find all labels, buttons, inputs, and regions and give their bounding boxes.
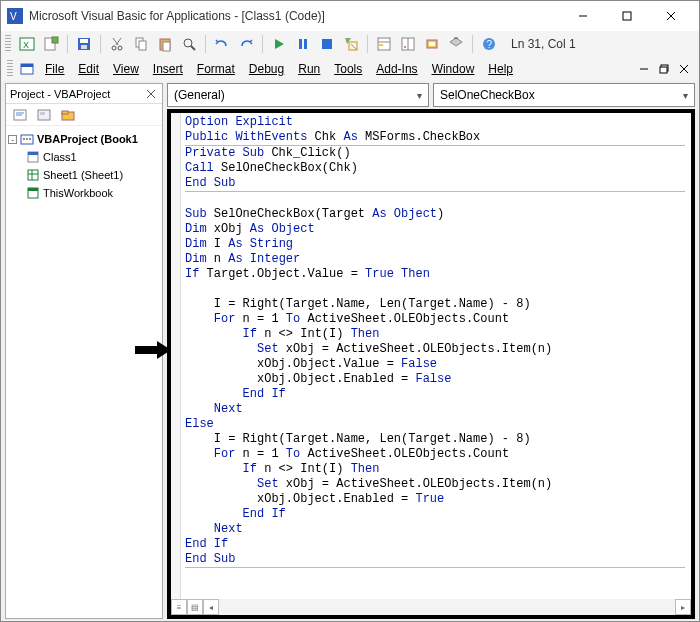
project-toolbar xyxy=(6,104,162,126)
design-mode-icon[interactable] xyxy=(341,34,361,54)
help-icon[interactable]: ? xyxy=(479,34,499,54)
find-icon[interactable] xyxy=(179,34,199,54)
reset-icon[interactable] xyxy=(317,34,337,54)
toolbox-icon[interactable] xyxy=(446,34,466,54)
menu-tools[interactable]: Tools xyxy=(328,60,368,78)
menu-format[interactable]: Format xyxy=(191,60,241,78)
workbook-icon xyxy=(26,186,40,200)
svg-text:?: ? xyxy=(487,39,493,50)
project-tree[interactable]: - VBAProject (Book1 Class1 Sheet1 (Sheet… xyxy=(6,126,162,618)
svg-rect-16 xyxy=(139,41,146,50)
mdi-system-icon[interactable] xyxy=(17,59,37,79)
tree-label: Sheet1 (Sheet1) xyxy=(43,169,123,181)
menu-window[interactable]: Window xyxy=(426,60,481,78)
project-explorer-icon[interactable] xyxy=(374,34,394,54)
toolbar-grip[interactable] xyxy=(5,35,11,53)
cut-icon[interactable] xyxy=(107,34,127,54)
svg-line-20 xyxy=(191,46,195,50)
cursor-position: Ln 31, Col 1 xyxy=(511,37,576,51)
svg-rect-12 xyxy=(81,45,87,49)
svg-rect-60 xyxy=(28,152,38,155)
mdi-restore-button[interactable] xyxy=(655,60,673,78)
menu-edit[interactable]: Edit xyxy=(72,60,105,78)
menu-bar: File Edit View Insert Format Debug Run T… xyxy=(1,57,699,81)
project-icon xyxy=(20,132,34,146)
project-explorer-caption: Project - VBAProject xyxy=(10,88,110,100)
menu-run[interactable]: Run xyxy=(292,60,326,78)
menu-addins[interactable]: Add-Ins xyxy=(370,60,423,78)
svg-marker-21 xyxy=(275,39,284,49)
paste-icon[interactable] xyxy=(155,34,175,54)
run-icon[interactable] xyxy=(269,34,289,54)
toggle-folders-icon[interactable] xyxy=(58,105,78,125)
chevron-down-icon: ▾ xyxy=(683,90,688,101)
vba-app-icon: V xyxy=(7,8,23,24)
redo-icon[interactable] xyxy=(236,34,256,54)
menu-insert[interactable]: Insert xyxy=(147,60,189,78)
code-text[interactable]: Option Explicit Public WithEvents Chk As… xyxy=(185,115,685,597)
menu-help[interactable]: Help xyxy=(482,60,519,78)
tree-item-sheet1[interactable]: Sheet1 (Sheet1) xyxy=(26,166,160,184)
class-module-icon xyxy=(26,150,40,164)
save-icon[interactable] xyxy=(74,34,94,54)
procedure-dropdown[interactable]: SelOneCheckBox ▾ xyxy=(433,83,695,107)
tree-item-class1[interactable]: Class1 xyxy=(26,148,160,166)
code-window[interactable]: Option Explicit Public WithEvents Chk As… xyxy=(167,109,695,619)
menu-debug[interactable]: Debug xyxy=(243,60,290,78)
object-dropdown[interactable]: (General) ▾ xyxy=(167,83,429,107)
svg-point-58 xyxy=(29,138,31,140)
tree-root[interactable]: - VBAProject (Book1 xyxy=(8,130,160,148)
maximize-button[interactable] xyxy=(605,2,649,30)
svg-rect-18 xyxy=(163,42,170,51)
project-explorer-close-button[interactable] xyxy=(144,87,158,101)
scroll-track[interactable] xyxy=(219,599,675,615)
menubar-grip[interactable] xyxy=(7,60,13,78)
procedure-dropdown-value: SelOneCheckBox xyxy=(440,88,535,102)
properties-window-icon[interactable] xyxy=(398,34,418,54)
svg-rect-33 xyxy=(404,46,406,48)
menu-file[interactable]: File xyxy=(39,60,70,78)
object-browser-icon[interactable] xyxy=(422,34,442,54)
procedure-view-button[interactable]: ≡ xyxy=(171,599,187,615)
code-margin[interactable] xyxy=(171,113,181,615)
horizontal-scrollbar[interactable]: ≡ ▤ ◂ ▸ xyxy=(171,599,691,615)
svg-rect-11 xyxy=(80,39,88,43)
view-code-icon[interactable] xyxy=(10,105,30,125)
svg-rect-30 xyxy=(379,44,383,46)
tree-toggle-icon[interactable]: - xyxy=(8,135,17,144)
mdi-minimize-button[interactable] xyxy=(635,60,653,78)
insert-module-icon[interactable] xyxy=(41,34,61,54)
svg-rect-65 xyxy=(28,188,38,191)
tree-label: ThisWorkbook xyxy=(43,187,113,199)
copy-icon[interactable] xyxy=(131,34,151,54)
view-excel-icon[interactable]: X xyxy=(17,34,37,54)
view-object-icon[interactable] xyxy=(34,105,54,125)
chevron-down-icon: ▾ xyxy=(417,90,422,101)
close-button[interactable] xyxy=(649,2,693,30)
break-icon[interactable] xyxy=(293,34,313,54)
svg-rect-54 xyxy=(62,111,68,114)
tree-item-thisworkbook[interactable]: ThisWorkbook xyxy=(26,184,160,202)
code-pane: (General) ▾ SelOneCheckBox ▾ Option Expl… xyxy=(167,83,695,619)
svg-rect-22 xyxy=(299,39,302,49)
svg-rect-23 xyxy=(304,39,307,49)
svg-rect-52 xyxy=(40,112,45,115)
svg-rect-3 xyxy=(623,12,631,20)
svg-rect-43 xyxy=(660,67,667,73)
svg-text:X: X xyxy=(23,40,29,50)
svg-marker-66 xyxy=(135,341,171,359)
tree-label: Class1 xyxy=(43,151,77,163)
undo-icon[interactable] xyxy=(212,34,232,54)
svg-point-19 xyxy=(184,39,192,47)
scroll-left-button[interactable]: ◂ xyxy=(203,599,219,615)
svg-point-14 xyxy=(118,46,122,50)
minimize-button[interactable] xyxy=(561,2,605,30)
mdi-close-button[interactable] xyxy=(675,60,693,78)
svg-rect-40 xyxy=(21,64,33,67)
menu-view[interactable]: View xyxy=(107,60,145,78)
object-dropdown-value: (General) xyxy=(174,88,225,102)
svg-point-56 xyxy=(23,138,25,140)
scroll-right-button[interactable]: ▸ xyxy=(675,599,691,615)
full-module-view-button[interactable]: ▤ xyxy=(187,599,203,615)
svg-rect-35 xyxy=(429,42,435,46)
